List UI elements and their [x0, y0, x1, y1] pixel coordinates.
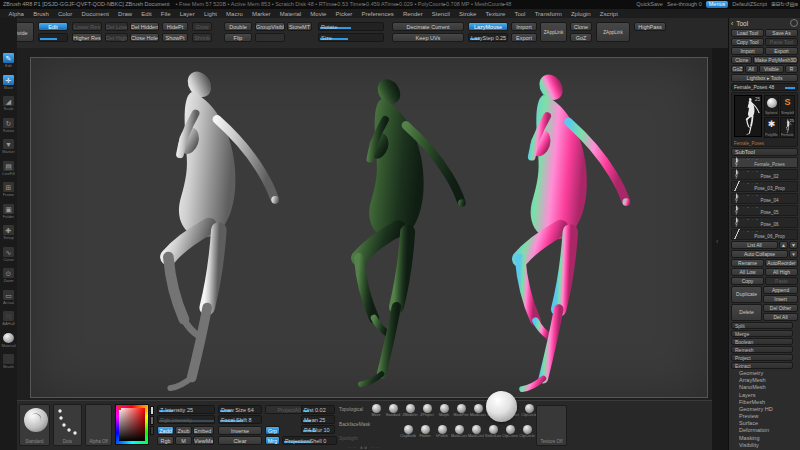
p4-blur-slider[interactable]: P4 Blur 10	[301, 425, 335, 434]
copy-tool-button[interactable]: Copy Tool	[731, 38, 764, 46]
brush-shortcut-button[interactable]: Standard	[385, 404, 401, 417]
subpalette-header[interactable]: Layers	[731, 392, 798, 399]
document-canvas[interactable]	[30, 57, 708, 398]
brush-shortcut-button[interactable]: ClipCircle	[519, 425, 535, 438]
make-polymesh3d-button[interactable]: Make PolyMesh3D	[753, 56, 798, 64]
rgb-intensity-slider[interactable]: Rgb Intensity	[157, 415, 215, 424]
left-toolbar-item[interactable]: ▭ Actual	[1, 289, 16, 306]
subtool-item[interactable]: ◦ ▪ ◦ ▪ ◦ Pose_06	[731, 217, 798, 228]
subpalette-header[interactable]: NanoMesh	[731, 384, 798, 391]
rename-button[interactable]: Rename	[731, 259, 764, 267]
zapplink-props-button[interactable]: ZAppLink	[596, 22, 630, 42]
brush-shortcut-button[interactable]: MaskPen	[453, 404, 469, 417]
active-tool-thumbnail[interactable]: 25	[734, 95, 762, 137]
clone-button[interactable]: Clone	[570, 22, 592, 31]
edit-button[interactable]: Edit	[38, 22, 68, 31]
grp-button[interactable]: Grp	[265, 426, 280, 435]
backface-mask-label[interactable]: BackfaceMask	[339, 422, 370, 427]
viewmask-button[interactable]: ViewMask	[193, 436, 214, 445]
current-stroke-thumbnail[interactable]: Dots	[53, 404, 82, 446]
menu-item[interactable]: Texture	[481, 11, 510, 17]
recent-tool-female-poses[interactable]: 25Female_Poses	[780, 117, 795, 138]
subpalette-header[interactable]: Surface	[731, 420, 798, 427]
menu-item[interactable]: Edit	[137, 11, 157, 17]
brush-shortcut-button[interactable]: ZProject	[419, 404, 435, 417]
menu-item[interactable]: Brush	[29, 11, 54, 17]
hidept-button[interactable]: HidePt	[162, 22, 188, 31]
menus-toggle[interactable]: Menus	[706, 1, 729, 8]
goz-button[interactable]: GoZ	[570, 33, 592, 42]
brush-shortcut-button[interactable]: hPolish	[434, 425, 450, 438]
quicksave-button[interactable]: QuickSave	[636, 0, 663, 9]
menu-item[interactable]: Alpha	[4, 11, 29, 17]
z-intensity-slider[interactable]: Z Intensity 25	[157, 405, 215, 414]
all-high-button[interactable]: All High	[765, 268, 798, 276]
main-color-swatch[interactable]	[150, 406, 154, 415]
subtool-item[interactable]: ◦ ▪ ◦ ▪ ◦ Pose_03_Prop	[731, 181, 798, 192]
clear-button[interactable]: Clear	[218, 436, 262, 445]
saturation-square[interactable]	[119, 408, 145, 441]
left-toolbar-item[interactable]: ∿ Curve	[1, 246, 16, 263]
list-all-button[interactable]: List All	[731, 241, 778, 249]
grow-button[interactable]: Grow	[192, 22, 212, 31]
del-higher-button[interactable]: Del Higher	[105, 33, 128, 42]
left-toolbar-item[interactable]: ✎ Edit	[1, 52, 16, 69]
zsub-button[interactable]: Zsub	[175, 426, 192, 435]
subtool-item[interactable]: ◦ ▪ ◦ ▪ ◦ Female_Poses	[731, 157, 798, 168]
subtool-section-bar[interactable]: Project	[731, 354, 793, 361]
right-tray-divider[interactable]: ‹	[712, 48, 728, 450]
menu-item[interactable]: Tool	[510, 11, 530, 17]
all-low-button[interactable]: All Low	[731, 268, 764, 276]
current-alpha-thumbnail[interactable]: Alpha Off	[85, 404, 112, 446]
current-texture-thumbnail[interactable]: Texture Off	[536, 405, 567, 446]
auto-collapse-button[interactable]: Auto Collapse	[731, 250, 788, 258]
subpalette-header[interactable]: FiberMesh	[731, 399, 798, 406]
brush-shortcut-button[interactable]: ClipCircle	[521, 404, 537, 417]
current-brush-thumbnail[interactable]: Standard	[19, 404, 50, 446]
subtool-section-bar[interactable]: Split	[731, 322, 793, 329]
left-toolbar-item[interactable]: ✛ Move	[1, 74, 16, 91]
subtool-up-button[interactable]: ▲	[779, 241, 788, 249]
brush-shortcut-button[interactable]: SelectLasso	[485, 425, 501, 438]
m-button[interactable]: M	[175, 436, 192, 445]
active-tool-slider[interactable]: Female_Poses 48	[731, 83, 798, 91]
rotate-slider[interactable]: Rotate	[318, 22, 384, 31]
subtool-section-bar[interactable]: Remesh	[731, 346, 793, 353]
dist-slider[interactable]: Dist 0.02	[301, 405, 335, 414]
draw-size-slider[interactable]: Draw Size 64	[218, 405, 262, 414]
export-button[interactable]: Export	[511, 33, 537, 42]
recent-tool-simplebrush[interactable]: SSimpleBrush	[780, 95, 795, 116]
close-holes-button[interactable]: Close Holes	[130, 33, 159, 42]
titlebar-icon[interactable]: ≡	[795, 1, 798, 7]
subtool-item[interactable]: ◦ ▪ ◦ ▪ ◦ Pose_06_Prop	[731, 229, 798, 240]
mean-slider[interactable]: Mean 25	[301, 415, 335, 424]
goz-tool-button[interactable]: GoZ	[731, 65, 744, 73]
del-hidden-button[interactable]: Del Hidden	[130, 22, 159, 31]
topological-label[interactable]: Topological	[339, 407, 363, 412]
subpalette-header[interactable]: Geometry	[731, 370, 798, 377]
duplicate-button[interactable]: Duplicate	[731, 286, 762, 303]
keep-uvs-button[interactable]: Keep UVs	[392, 33, 464, 42]
subtool-section-bar[interactable]: Merge	[731, 330, 793, 337]
menu-item[interactable]: Render	[398, 11, 427, 17]
lightbox-tools-button[interactable]: Lightbox ▸ Tools	[731, 74, 798, 82]
storemt-button[interactable]: StoreMT	[287, 22, 312, 31]
menu-item[interactable]: Document	[77, 11, 114, 17]
secondary-color-swatch[interactable]	[150, 416, 154, 425]
tool-palette-header[interactable]: ‹ Tool	[731, 19, 798, 28]
dim-button[interactable]	[255, 33, 285, 42]
showpt-button[interactable]: ShowPt	[162, 33, 188, 42]
lazystep-slider[interactable]: LazyStep 0.25	[468, 33, 508, 42]
goz-visible-button[interactable]: Visible	[759, 65, 785, 73]
left-toolbar-item[interactable]: ◢ Scale	[1, 95, 16, 112]
clone-tool-button[interactable]: Clone	[731, 56, 752, 64]
default-zscript-button[interactable]: DefaultZScript	[732, 0, 767, 9]
menu-item[interactable]: Stencil	[427, 11, 454, 17]
left-toolbar-item[interactable]: ▼ Marker	[1, 138, 16, 155]
mrg-button[interactable]: Mrg	[265, 436, 280, 445]
del-lower-button[interactable]: Del Lower	[105, 22, 128, 31]
left-toolbar-item[interactable]: ✚ Setup	[1, 224, 16, 241]
del-all-button[interactable]: Del All	[763, 313, 798, 321]
double-button[interactable]: Double	[224, 22, 252, 31]
focal-shift-slider[interactable]: Focal Shift 8	[218, 415, 262, 424]
